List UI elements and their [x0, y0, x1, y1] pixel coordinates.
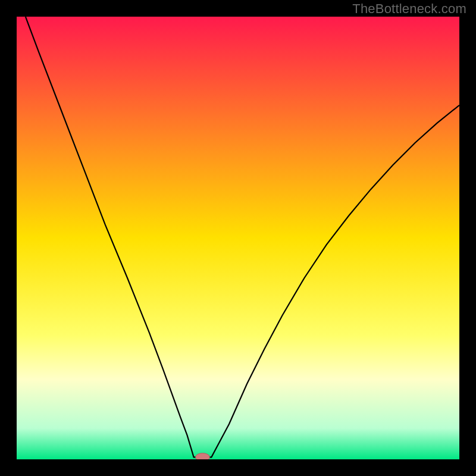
- optimum-marker: [196, 453, 210, 459]
- plot-area: [17, 17, 459, 459]
- chart-svg: [17, 17, 459, 459]
- chart-root: TheBottleneck.com: [0, 0, 476, 476]
- watermark-text: TheBottleneck.com: [352, 1, 466, 17]
- gradient-background: [17, 17, 459, 459]
